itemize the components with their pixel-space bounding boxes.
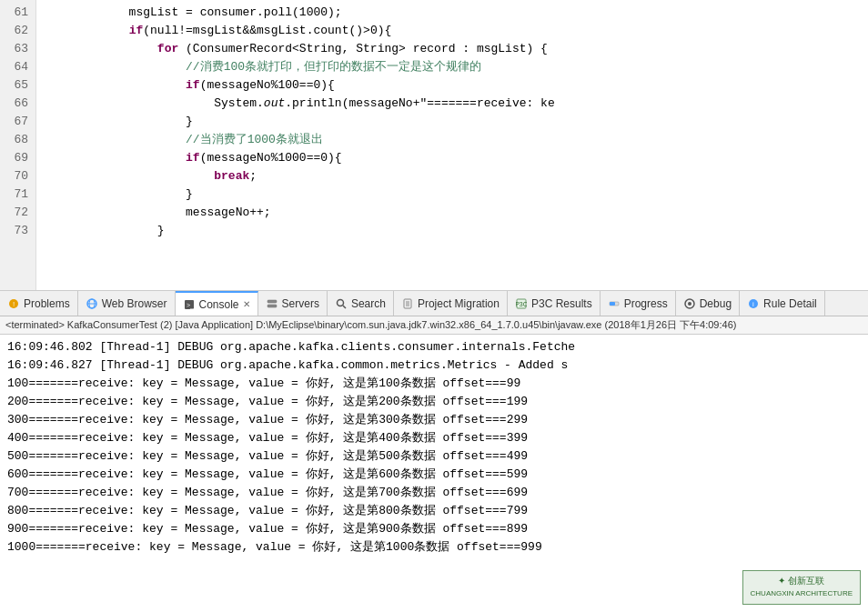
tab-console[interactable]: >_Console✕ [176,291,258,316]
console-line: 900=======receive: key = Message, value … [7,520,861,538]
rule-detail-tab-icon: i [747,297,760,310]
code-line: } [44,113,861,131]
tab-servers[interactable]: Servers [258,291,328,316]
console-output: 16:09:46.802 [Thread-1] DEBUG org.apache… [0,335,868,612]
svg-rect-8 [267,305,277,307]
web-browser-tab-label: Web Browser [102,297,167,310]
console-line: 100=======receive: key = Message, value … [7,375,861,393]
tab-p3c-results[interactable]: P3CP3C Results [508,291,601,316]
debug-tab-icon [683,297,696,310]
svg-text:>_: >_ [187,302,194,309]
line-number: 61 [7,4,28,22]
svg-rect-7 [267,300,277,303]
console-tab-label: Console [199,298,239,311]
tab-rule-detail[interactable]: iRule Detail [740,291,825,316]
status-bar: <terminated> KafkaConsumerTest (2) [Java… [0,316,868,335]
servers-tab-label: Servers [282,297,319,310]
watermark-line2: CHUANGXIN ARCHITECTURE [751,587,853,600]
svg-text:P3C: P3C [516,301,527,307]
code-line: //当消费了1000条就退出 [44,131,861,149]
debug-tab-label: Debug [700,297,732,310]
console-line: 800=======receive: key = Message, value … [7,502,861,520]
code-line: if(messageNo%1000==0){ [44,149,861,167]
code-content: msgList = consumer.poll(1000); if(null!=… [36,0,868,290]
console-tab-icon: >_ [183,298,196,311]
svg-line-10 [343,306,346,308]
code-line: if(null!=msgList&&msgList.count()>0){ [44,22,861,40]
svg-point-20 [688,302,691,306]
line-number: 68 [7,131,28,149]
code-line: break; [44,167,861,186]
console-line: 200=======receive: key = Message, value … [7,393,861,411]
code-line: if(messageNo%100==0){ [44,76,861,95]
p3c-results-tab-icon: P3C [515,297,528,310]
tab-debug[interactable]: Debug [676,291,740,316]
line-number: 64 [7,58,28,76]
p3c-results-tab-label: P3C Results [531,297,592,310]
code-line: } [44,186,861,204]
console-line: 400=======receive: key = Message, value … [7,429,861,447]
line-number: 73 [7,222,28,240]
search-tab-icon [335,297,348,310]
rule-detail-tab-label: Rule Detail [763,297,817,310]
line-number: 67 [7,113,28,131]
watermark-line1: ✦ 创新互联 [751,575,853,587]
watermark: ✦ 创新互联 CHUANGXIN ARCHITECTURE [742,570,861,605]
project-migration-tab-icon [401,297,414,310]
console-line: 16:09:46.802 [Thread-1] DEBUG org.apache… [7,338,861,356]
line-number: 63 [7,40,28,58]
console-line: 600=======receive: key = Message, value … [7,466,861,484]
project-migration-tab-label: Project Migration [418,297,500,310]
problems-tab-icon: ! [7,297,20,310]
console-line: 16:09:46.827 [Thread-1] DEBUG org.apache… [7,356,861,375]
tab-problems[interactable]: !Problems [0,291,78,316]
console-line: 300=======receive: key = Message, value … [7,411,861,429]
line-number: 65 [7,76,28,95]
progress-tab-label: Progress [624,297,668,310]
svg-text:i: i [752,300,754,308]
line-numbers: 61626364656667686970717273 [0,0,36,290]
progress-tab-icon [608,297,621,310]
code-line: } [44,222,861,240]
line-number: 69 [7,149,28,167]
code-line: System.out.println(messageNo+"=======rec… [44,95,861,113]
search-tab-label: Search [351,297,386,310]
code-line: for (ConsumerRecord<String, String> reco… [44,40,861,58]
console-tab-close[interactable]: ✕ [243,299,250,309]
code-editor: 61626364656667686970717273 msgList = con… [0,0,868,291]
tab-web-browser[interactable]: Web Browser [78,291,176,316]
line-number: 62 [7,22,28,40]
code-line: messageNo++; [44,204,861,222]
code-line: //消费100条就打印，但打印的数据不一定是这个规律的 [44,58,861,76]
console-line: 500=======receive: key = Message, value … [7,447,861,466]
console-line: 700=======receive: key = Message, value … [7,484,861,502]
tab-progress[interactable]: Progress [601,291,676,316]
line-number: 71 [7,186,28,204]
line-number: 72 [7,204,28,222]
tab-bar: !ProblemsWeb Browser>_Console✕ServersSea… [0,291,868,316]
console-line: 1000=======receive: key = Message, value… [7,538,861,557]
line-number: 70 [7,167,28,186]
svg-text:!: ! [13,300,15,308]
svg-point-9 [337,299,343,306]
tab-project-migration[interactable]: Project Migration [394,291,508,316]
problems-tab-label: Problems [24,297,70,310]
web-browser-tab-icon [86,297,98,310]
servers-tab-icon [266,297,278,310]
line-number: 66 [7,95,28,113]
svg-rect-18 [610,302,615,306]
code-line: msgList = consumer.poll(1000); [44,4,861,22]
tab-search[interactable]: Search [328,291,394,316]
